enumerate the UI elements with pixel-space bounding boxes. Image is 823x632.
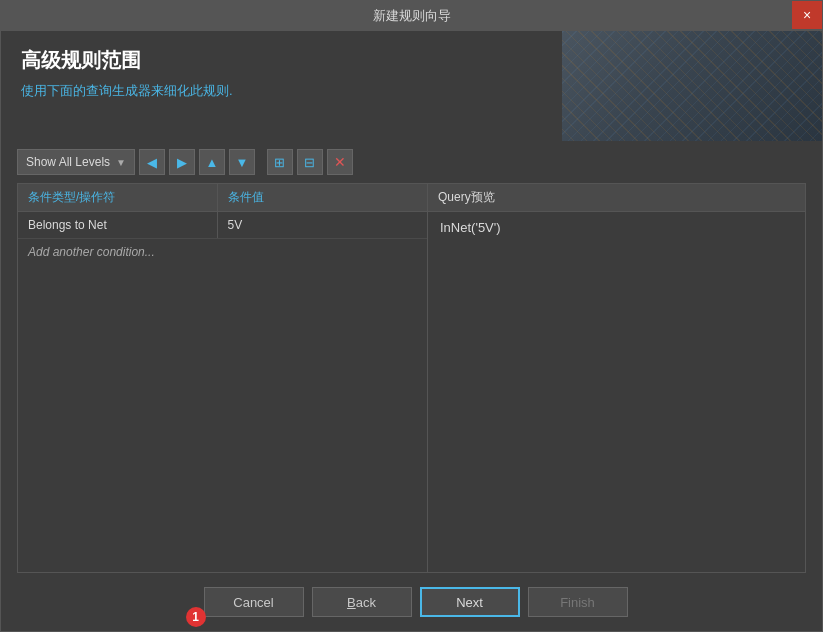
delete-button[interactable]: ✕ [327,149,353,175]
close-button[interactable]: × [792,1,822,29]
query-preview-pane: InNet('5V') [428,212,805,572]
circuit-pattern [562,31,822,141]
outdent-button[interactable]: ⊟ [297,149,323,175]
table-row[interactable]: Belongs to Net 5V [18,212,427,239]
cell-condition-value: 5V [218,212,427,238]
dropdown-label: Show All Levels [26,155,110,169]
close-icon: × [803,7,811,23]
cell-condition-type: Belongs to Net [18,212,218,238]
show-all-levels-dropdown[interactable]: Show All Levels ▼ [17,149,135,175]
arrow-right-button[interactable]: ▶ [169,149,195,175]
column-query-preview: Query预览 [428,184,805,211]
outdent-icon: ⊟ [304,155,315,170]
arrow-up-icon: ▲ [206,155,219,170]
back-button[interactable]: Back [312,587,412,617]
delete-icon: ✕ [334,154,346,170]
header-background-image [562,31,822,141]
arrow-down-icon: ▼ [236,155,249,170]
indent-button[interactable]: ⊞ [267,149,293,175]
column-condition-value: 条件值 [218,184,428,211]
arrow-left-icon: ◀ [147,155,157,170]
indent-icon: ⊞ [274,155,285,170]
header-section: 高级规则范围 使用下面的查询生成器来细化此规则. [1,31,822,141]
dialog-window: 新建规则向导 × 高级规则范围 使用下面的查询生成器来细化此规则. Show A… [0,0,823,632]
arrow-down-button[interactable]: ▼ [229,149,255,175]
footer: 1 Cancel Back Next Finish [1,573,822,631]
dropdown-arrow-icon: ▼ [116,157,126,168]
toolbar: Show All Levels ▼ ◀ ▶ ▲ ▼ ⊞ ⊟ ✕ [1,141,822,183]
step-badge: 1 [186,607,206,627]
arrow-up-button[interactable]: ▲ [199,149,225,175]
left-pane: Belongs to Net 5V Add another condition.… [18,212,428,572]
next-button[interactable]: Next [420,587,520,617]
dialog-title: 新建规则向导 [373,8,451,23]
title-bar: 新建规则向导 × [1,1,822,31]
back-label-rest: ack [356,595,376,610]
table-body: Belongs to Net 5V Add another condition.… [18,212,805,572]
arrow-left-button[interactable]: ◀ [139,149,165,175]
table-header: 条件类型/操作符 条件值 Query预览 [18,184,805,212]
cancel-button[interactable]: Cancel [204,587,304,617]
add-condition-link[interactable]: Add another condition... [18,239,427,265]
column-condition-type: 条件类型/操作符 [18,184,218,211]
arrow-right-icon: ▶ [177,155,187,170]
conditions-table: 条件类型/操作符 条件值 Query预览 Belongs to Net 5V A… [17,183,806,573]
back-underline: Back [347,595,376,610]
finish-button: Finish [528,587,628,617]
query-preview-text: InNet('5V') [440,220,501,235]
